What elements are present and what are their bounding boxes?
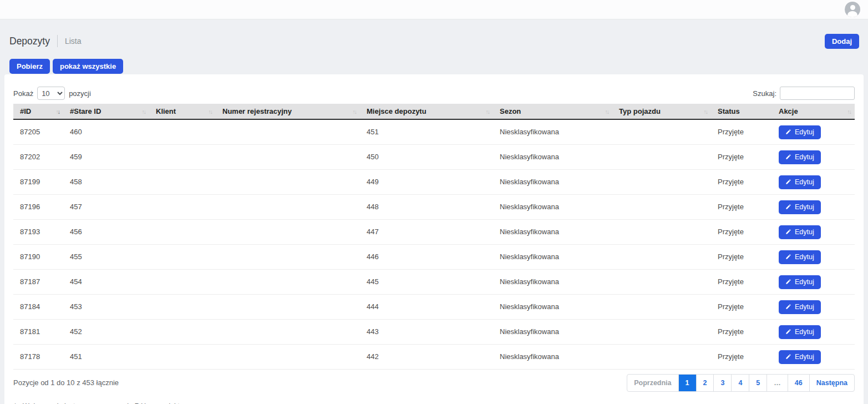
cell-reg-number — [216, 345, 360, 370]
cell-vehicle-type — [612, 245, 711, 270]
edit-button[interactable]: Edytuj — [779, 325, 821, 339]
avatar-person-icon — [850, 5, 855, 10]
cell-actions: Edytuj — [772, 270, 855, 295]
edit-button[interactable]: Edytuj — [779, 300, 821, 314]
cell-season: Niesklasyfikowana — [493, 195, 612, 220]
table-row: 87193 456 447 Niesklasyfikowana Przyjęte… — [13, 220, 855, 245]
search-input[interactable] — [780, 87, 855, 100]
cell-old-id: 451 — [63, 345, 149, 370]
cell-actions: Edytuj — [772, 145, 855, 170]
table-row: 87199 458 449 Niesklasyfikowana Przyjęte… — [13, 170, 855, 195]
edit-button[interactable]: Edytuj — [779, 250, 821, 264]
cell-season: Niesklasyfikowana — [493, 220, 612, 245]
column-header-status[interactable]: Status — [711, 104, 772, 119]
sort-icon: ↑↓ — [704, 108, 708, 114]
cell-season: Niesklasyfikowana — [493, 295, 612, 320]
cell-season: Niesklasyfikowana — [493, 245, 612, 270]
page-prev[interactable]: Poprzednia — [627, 375, 678, 391]
table-row: 87190 455 446 Niesklasyfikowana Przyjęte… — [13, 245, 855, 270]
edit-button[interactable]: Edytuj — [779, 225, 821, 239]
user-avatar[interactable] — [845, 2, 860, 17]
page-next[interactable]: Następna — [809, 375, 854, 391]
cell-actions: Edytuj — [772, 119, 855, 145]
cell-reg-number — [216, 295, 360, 320]
edit-button[interactable]: Edytuj — [779, 125, 821, 139]
cell-deposit-place: 444 — [360, 295, 493, 320]
column-header-reg-number[interactable]: Numer rejestracyjny ↑↓ — [216, 104, 360, 119]
column-header-actions[interactable]: Akcje ↑↓ — [772, 104, 855, 119]
table-row: 87184 453 444 Niesklasyfikowana Przyjęte… — [13, 295, 855, 320]
table-footer: Pozycje od 1 do 10 z 453 łącznie Poprzed… — [13, 370, 855, 395]
download-button[interactable]: Pobierz — [9, 59, 50, 74]
cell-client — [149, 345, 216, 370]
column-header-client[interactable]: Klient ↑↓ — [149, 104, 216, 119]
cell-season: Niesklasyfikowana — [493, 145, 612, 170]
page-4[interactable]: 4 — [731, 375, 749, 391]
cell-deposit-place: 447 — [360, 220, 493, 245]
cell-vehicle-type — [612, 320, 711, 345]
page-header: Depozyty Lista Dodaj — [0, 19, 868, 49]
column-header-id[interactable]: #ID ↑↓ — [13, 104, 63, 119]
cell-id: 87184 — [13, 295, 63, 320]
cell-id: 87196 — [13, 195, 63, 220]
cell-vehicle-type — [612, 119, 711, 145]
pencil-icon — [785, 329, 791, 335]
cell-client — [149, 295, 216, 320]
cell-status: Przyjęte — [711, 119, 772, 145]
edit-button[interactable]: Edytuj — [779, 200, 821, 214]
cell-season: Niesklasyfikowana — [493, 345, 612, 370]
cell-season: Niesklasyfikowana — [493, 270, 612, 295]
top-navbar — [0, 0, 868, 19]
cell-actions: Edytuj — [772, 245, 855, 270]
cell-season: Niesklasyfikowana — [493, 170, 612, 195]
cell-vehicle-type — [612, 270, 711, 295]
title-divider — [57, 35, 58, 47]
cell-status: Przyjęte — [711, 145, 772, 170]
page-1[interactable]: 1 — [678, 375, 696, 391]
cell-reg-number — [216, 170, 360, 195]
cell-status: Przyjęte — [711, 195, 772, 220]
cell-vehicle-type — [612, 170, 711, 195]
cell-old-id: 454 — [63, 270, 149, 295]
edit-button[interactable]: Edytuj — [779, 150, 821, 164]
page-46[interactable]: 46 — [788, 375, 809, 391]
page-3[interactable]: 3 — [713, 375, 731, 391]
page-2[interactable]: 2 — [696, 375, 714, 391]
table-row: 87205 460 451 Niesklasyfikowana Przyjęte… — [13, 119, 855, 145]
column-header-deposit-place[interactable]: Miejsce depozytu ↑↓ — [360, 104, 493, 119]
cell-reg-number — [216, 245, 360, 270]
breadcrumb: Lista — [65, 37, 82, 46]
cell-deposit-place: 446 — [360, 245, 493, 270]
cell-actions: Edytuj — [772, 295, 855, 320]
deposits-table: #ID ↑↓ #Stare ID ↑↓ Klient ↑↓ Numer reje… — [13, 104, 855, 370]
pencil-icon — [785, 254, 791, 260]
sort-icon: ↑↓ — [605, 108, 609, 114]
page-5[interactable]: 5 — [749, 375, 767, 391]
cell-old-id: 458 — [63, 170, 149, 195]
add-button[interactable]: Dodaj — [825, 34, 859, 49]
cell-status: Przyjęte — [711, 295, 772, 320]
edit-button[interactable]: Edytuj — [779, 175, 821, 189]
show-all-button[interactable]: pokaż wszystkie — [53, 59, 123, 74]
column-header-vehicle-type[interactable]: Typ pojazdu ↑↓ — [612, 104, 711, 119]
cell-status: Przyjęte — [711, 170, 772, 195]
page-length-control: Pokaż 10 pozycji — [13, 87, 91, 100]
page-ellipsis: … — [767, 375, 788, 391]
table-controls: Pokaż 10 pozycji Szukaj: — [13, 87, 855, 100]
page-length-select[interactable]: 10 — [37, 87, 65, 100]
edit-button[interactable]: Edytuj — [779, 275, 821, 289]
edit-button[interactable]: Edytuj — [779, 350, 821, 364]
column-header-season[interactable]: Sezon ↑↓ — [493, 104, 612, 119]
column-header-old-id[interactable]: #Stare ID ↑↓ — [63, 104, 149, 119]
page-length-label: Pokaż — [13, 89, 33, 98]
pencil-icon — [785, 354, 791, 360]
table-row: 87202 459 450 Niesklasyfikowana Przyjęte… — [13, 145, 855, 170]
cell-reg-number — [216, 220, 360, 245]
cell-actions: Edytuj — [772, 320, 855, 345]
cell-client — [149, 145, 216, 170]
table-header-row: #ID ↑↓ #Stare ID ↑↓ Klient ↑↓ Numer reje… — [13, 104, 855, 119]
cell-id: 87181 — [13, 320, 63, 345]
cell-deposit-place: 451 — [360, 119, 493, 145]
cell-vehicle-type — [612, 145, 711, 170]
pencil-icon — [785, 179, 791, 185]
